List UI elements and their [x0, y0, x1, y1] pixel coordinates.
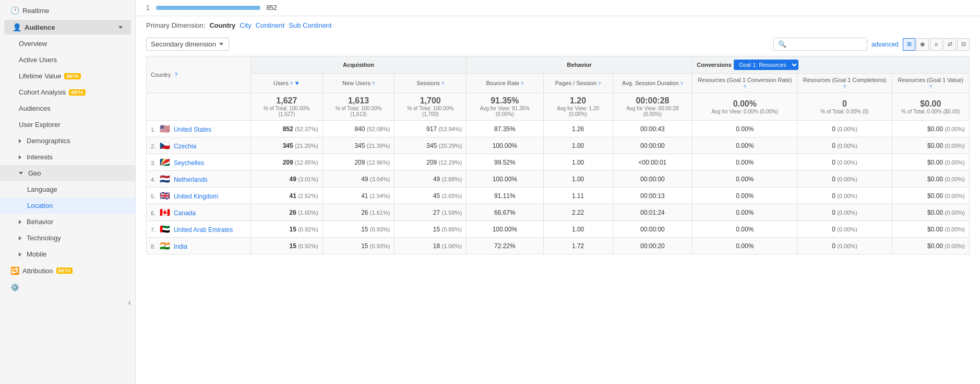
country-cell: 1. 🇺🇸 United States [147, 121, 251, 137]
dimension-country[interactable]: Country [209, 21, 235, 29]
sidebar-item-label: Attribution [22, 267, 53, 275]
view-compare-icon[interactable]: ⇄ [943, 38, 956, 51]
sessions-col-header[interactable]: Sessions ? [395, 74, 467, 93]
sidebar-item-attribution[interactable]: 🔁 Attribution BETA [0, 262, 135, 279]
search-box[interactable]: 🔍 [773, 38, 867, 51]
view-pivot-icon[interactable]: ⊟ [957, 38, 970, 51]
beta-badge: BETA [69, 89, 86, 96]
dimension-continent[interactable]: Continent [256, 21, 285, 29]
country-link[interactable]: Canada [174, 210, 196, 217]
row-number: 8. [151, 243, 156, 250]
collapse-sidebar-button[interactable]: ‹ [0, 298, 135, 307]
users-cell: 345 (21.20%) [251, 137, 323, 154]
avg-session-col-header[interactable]: Avg. Session Duration ? [613, 74, 692, 93]
users-cell: 15 (0.92%) [251, 238, 323, 254]
search-input[interactable] [788, 41, 862, 48]
right-controls: 🔍 advanced ⊞ ◉ ≡ ⇄ ⊟ [773, 38, 970, 51]
pages-session-col-header[interactable]: Pages / Session ? [543, 74, 613, 93]
sidebar-item-location[interactable]: Location [0, 197, 135, 214]
conv-rate-cell: 0.00% [692, 154, 797, 171]
arrow-right-icon [19, 155, 21, 159]
bounce-rate-cell: 100.00% [467, 221, 544, 238]
pages-session-cell: 1.26 [543, 121, 613, 137]
users-col-header[interactable]: Users ? ▼ [251, 74, 323, 93]
sidebar-item-audience[interactable]: 👤 Audience [4, 20, 131, 34]
sessions-cell: 917 (53.94%) [395, 121, 467, 137]
conv-rate-col-header[interactable]: Resources (Goal 1 Conversion Rate) ? [692, 74, 797, 93]
value-col-header[interactable]: Resources (Goal 1 Value) ? [892, 74, 969, 93]
sidebar-item-interests[interactable]: Interests [0, 149, 135, 165]
attribution-icon: 🔁 [10, 266, 19, 275]
sidebar-item-settings[interactable]: ⚙️ [0, 279, 135, 296]
view-grid-icon[interactable]: ⊞ [903, 38, 915, 51]
sidebar-item-label: Overview [19, 40, 47, 48]
range-start-label: 1 [146, 4, 150, 11]
sidebar-item-audiences[interactable]: Audiences [0, 100, 135, 117]
sidebar-item-label: Demographics [27, 137, 70, 145]
sidebar-item-realtime[interactable]: 🕐 Realtime [0, 2, 135, 19]
row-number: 7. [151, 227, 156, 233]
help-icon: ? [680, 81, 683, 86]
sidebar-item-geo[interactable]: Geo [0, 165, 135, 181]
sidebar-item-lifetime-value[interactable]: Lifetime Value BETA [0, 68, 135, 84]
country-link[interactable]: India [174, 243, 187, 250]
country-link[interactable]: Netherlands [174, 176, 208, 183]
new-users-col-header[interactable]: New Users ? [322, 74, 395, 93]
country-link[interactable]: Seychelles [174, 159, 204, 167]
completions-cell: 0 (0.00%) [797, 204, 892, 221]
users-cell: 49 (3.01%) [251, 171, 323, 188]
avg-session-cell: 00:00:00 [613, 137, 692, 154]
total-pages-session: 1.20 Avg for View: 1.20 (0.00%) [543, 93, 613, 121]
sidebar-item-label: Geo [28, 169, 41, 177]
secondary-bar: Secondary dimension 🔍 advanced ⊞ ◉ ≡ ⇄ ⊟ [136, 34, 980, 56]
goal-select[interactable]: Goal 1: Resources [734, 60, 798, 70]
sidebar-item-label: User Explorer [19, 121, 60, 129]
sidebar-item-behavior[interactable]: Behavior [0, 214, 135, 230]
avg-session-cell: 00:00:43 [613, 121, 692, 137]
sidebar-item-user-explorer[interactable]: User Explorer [0, 117, 135, 133]
avg-session-cell: <00:00:01 [613, 154, 692, 171]
row-number: 5. [151, 193, 156, 200]
sidebar-item-cohort-analysis[interactable]: Cohort Analysis BETA [0, 84, 135, 100]
search-icon: 🔍 [778, 40, 786, 48]
view-pie-icon[interactable]: ◉ [916, 38, 929, 51]
value-cell: $0.00 (0.00%) [892, 171, 969, 188]
help-icon: ? [290, 81, 293, 86]
dimension-city[interactable]: City [240, 21, 251, 29]
table-row: 5. 🇬🇧 United Kingdom 41 (2.52%) 41 (2.54… [147, 188, 970, 204]
bounce-rate-col-header[interactable]: Bounce Rate ? [467, 74, 544, 93]
sidebar-item-demographics[interactable]: Demographics [0, 133, 135, 149]
completions-col-header[interactable]: Resources (Goal 1 Completions) ? [797, 74, 892, 93]
main-content: 1 852 Primary Dimension: Country City Co… [136, 0, 980, 384]
advanced-link[interactable]: advanced [871, 41, 899, 48]
total-bounce-rate: 91.35% Avg for View: 91.35% (0.00%) [467, 93, 544, 121]
clock-icon: 🕐 [10, 6, 19, 15]
country-link[interactable]: Czechia [174, 143, 196, 150]
bounce-rate-cell: 100.00% [467, 137, 544, 154]
country-cell: 5. 🇬🇧 United Kingdom [147, 188, 251, 204]
sidebar-item-technology[interactable]: Technology [0, 230, 135, 246]
country-flag: 🇬🇧 [160, 191, 170, 200]
arrow-right-icon [19, 252, 21, 257]
sidebar-item-active-users[interactable]: Active Users [0, 52, 135, 68]
country-link[interactable]: United Arab Emirates [174, 226, 233, 234]
conv-rate-cell: 0.00% [692, 121, 797, 137]
view-list-icon[interactable]: ≡ [930, 38, 942, 51]
value-cell: $0.00 (0.00%) [892, 204, 969, 221]
range-bar: 1 852 [136, 0, 980, 16]
beta-badge: BETA [56, 267, 73, 274]
dimension-sub-continent[interactable]: Sub Continent [289, 21, 331, 29]
completions-cell: 0 (0.00%) [797, 171, 892, 188]
sidebar-item-language[interactable]: Language [0, 181, 135, 197]
country-link[interactable]: United States [174, 126, 211, 133]
range-slider[interactable] [156, 6, 260, 10]
sidebar-item-mobile[interactable]: Mobile [0, 246, 135, 262]
sidebar-item-overview[interactable]: Overview [0, 36, 135, 52]
sort-desc-icon: ▼ [294, 80, 300, 86]
primary-dimension-label: Primary Dimension: [146, 21, 205, 29]
secondary-dimension-dropdown[interactable]: Secondary dimension [146, 38, 229, 51]
users-cell: 852 (52.37%) [251, 121, 323, 137]
country-link[interactable]: United Kingdom [174, 193, 218, 200]
avg-session-cell: 00:00:13 [613, 188, 692, 204]
sidebar-item-label: Realtime [22, 7, 49, 15]
